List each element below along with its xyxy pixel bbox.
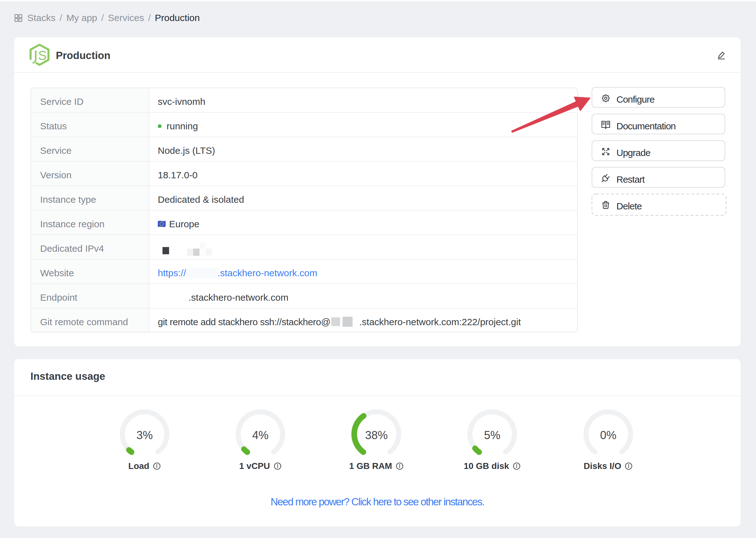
svg-text:S: S (38, 48, 46, 63)
